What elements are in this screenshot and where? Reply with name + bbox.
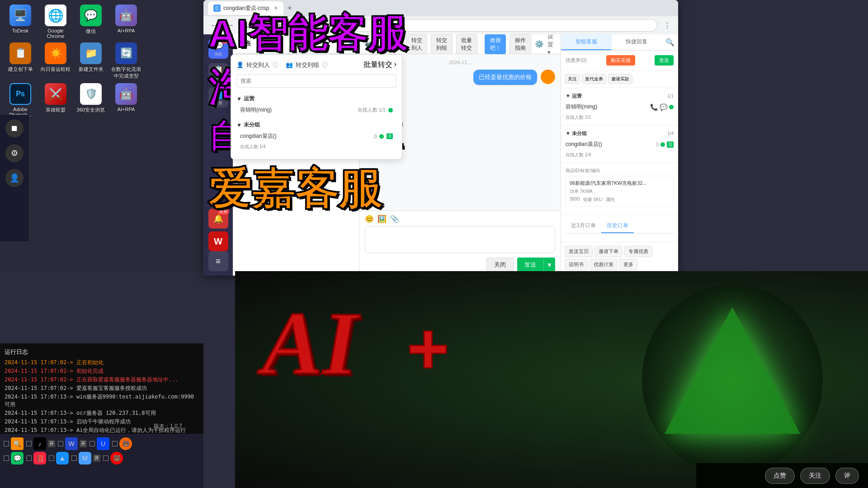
checkbox-red[interactable] — [103, 455, 108, 461]
send-product-btn[interactable]: 发送宝贝 — [565, 246, 593, 257]
settings-btn[interactable]: 效接吧！ — [485, 34, 506, 54]
new-folder-icon[interactable]: 📁 新建文件夹 — [75, 42, 107, 80]
chrome-icon-item[interactable]: 🌐 Google Chrome — [40, 5, 71, 39]
tab-close-btn[interactable]: ✕ — [274, 5, 278, 11]
wd-app[interactable]: W — [65, 437, 78, 450]
crisp-nav-work[interactable]: 📋 工作台 — [208, 63, 228, 83]
conv-header-action[interactable]: ▼ — [348, 41, 354, 47]
new-tab-btn[interactable]: + — [287, 4, 292, 13]
checkbox-tiktok[interactable] — [26, 441, 32, 446]
crisp-nav-notify[interactable]: 🔔 爱嘉 — [208, 209, 228, 229]
browser-tab-crisp[interactable]: C congdian爱店·crisp ✕ — [208, 1, 283, 15]
red-app[interactable]: 🐻 — [110, 452, 123, 465]
checkbox-xiaohongshu[interactable] — [26, 455, 32, 461]
toolbar-video-btn[interactable]: 📹 — [365, 41, 373, 48]
close-chat-btn[interactable]: 关闭 — [486, 258, 514, 272]
checkbox-orange[interactable] — [112, 441, 118, 446]
attach-btn[interactable]: 📎 — [390, 215, 399, 223]
airpa2-icon[interactable]: 🤖 AI+RPA — [110, 83, 142, 117]
product-more: 属性 — [606, 197, 615, 203]
like-btn[interactable]: 点赞 — [765, 468, 795, 484]
order-tab-recent[interactable]: 近3月订单 — [566, 219, 601, 233]
stop-icon[interactable]: ⏹ — [5, 119, 24, 137]
send-dropdown-btn[interactable]: ▼ — [543, 259, 555, 271]
exclusive-promo-btn[interactable]: 专属优惠 — [624, 246, 652, 257]
more-action-btn[interactable]: 更多 — [619, 259, 637, 270]
transfer-agent-ming[interactable]: 容锦明(ming) 在线人数 1/1 — [236, 104, 396, 116]
u-app[interactable]: U — [97, 437, 109, 450]
refresh-btn[interactable]: ↻ — [241, 19, 253, 32]
invite-order-action-btn[interactable]: 邀请下单 — [594, 246, 623, 257]
360-icon[interactable]: 🛡️ 360安全浏览 — [75, 83, 107, 117]
taskbar-item-orange: 🐻 — [112, 437, 132, 450]
ps-img: Ps — [9, 83, 31, 105]
invite-order-btn[interactable]: 邀请买款 — [608, 74, 632, 84]
guide-btn[interactable]: 操作指南 — [509, 34, 531, 54]
feishu-app[interactable]: ▲ — [56, 452, 69, 465]
toolbar-phone-btn[interactable]: 📞 — [375, 41, 383, 48]
checkbox-u[interactable] — [90, 441, 95, 446]
search-app[interactable]: 🔍 — [11, 437, 24, 450]
rp-search-icon[interactable]: 🔍 — [662, 34, 678, 50]
transfer-search-input[interactable] — [236, 74, 396, 88]
toolbar-monitor-btn[interactable]: 🖥️ — [386, 41, 393, 48]
rp-tab-ai[interactable]: 智能客服 — [561, 34, 612, 50]
toolbar-more-btn[interactable]: ⋮ — [396, 41, 402, 48]
m-app[interactable]: M — [79, 452, 91, 465]
taskbar-item-search: 🔍 — [4, 437, 24, 450]
back-btn[interactable]: ← — [208, 19, 221, 32]
product-barcode-label: 商品ID/标签/编码 — [566, 168, 674, 174]
orange-app[interactable]: 🐻 — [119, 437, 132, 450]
send-btn[interactable]: 发送 — [517, 258, 543, 272]
browser-toolbar: ← → ↻ congdian爱店.crisp ⋮ — [203, 16, 678, 34]
checkbox-m[interactable] — [71, 455, 77, 461]
wechat2-app[interactable]: 💬 — [11, 452, 24, 465]
new-folder-img: 📁 — [80, 42, 102, 64]
user-icon[interactable]: 👤 — [5, 169, 24, 187]
calc-btn[interactable]: 优惠计算 — [590, 259, 618, 270]
lol-icon[interactable]: ⚔️ 英雄联盟 — [40, 83, 71, 117]
url-bar[interactable]: congdian爱店.crisp — [257, 19, 657, 32]
airpa-icon-item[interactable]: 🤖 AI+RPA — [110, 5, 142, 39]
transfer-to-group-opt[interactable]: 👥 转交到组 ⓘ — [286, 60, 328, 70]
unassigned-online-info: 在线人数 1/4 — [236, 142, 396, 152]
batch-transfer-btn[interactable]: 批量转交 — [456, 34, 477, 54]
comment-btn[interactable]: 评 — [835, 468, 859, 484]
todesk-icon-item[interactable]: 🖥️ ToDesk — [5, 5, 36, 39]
crisp-nav-w[interactable]: W — [208, 231, 228, 251]
transfer-agent-congdian[interactable]: congdian菜店() 0 0 — [236, 131, 396, 142]
follow-btn[interactable]: 关注 — [565, 74, 580, 84]
send-coupon-btn[interactable]: 发代金券 — [582, 74, 606, 84]
log-title: 运行日志 — [5, 348, 199, 356]
image-btn[interactable]: 🖼️ — [377, 215, 387, 223]
tiktok-app[interactable]: ♪ — [33, 437, 46, 450]
wechat-icon-item[interactable]: 💬 微信 — [75, 5, 107, 39]
settings-icon[interactable]: ⚙ — [5, 144, 24, 162]
extensions-btn[interactable]: ⋮ — [661, 19, 674, 32]
transfer-to-person-btn[interactable]: 转交到人 — [406, 34, 427, 54]
crisp-nav-chat[interactable]: 💬 消息 29 — [208, 39, 228, 59]
send-promo-btn[interactable]: 发送 — [655, 55, 674, 66]
transfer-to-person-opt[interactable]: 👤 转交到人 ⓘ — [236, 60, 278, 70]
checkbox-feishu[interactable] — [49, 455, 54, 461]
checkbox-wd[interactable] — [58, 441, 63, 446]
create-order-icon[interactable]: 📋 建立创下单 — [5, 42, 36, 80]
purchase-btn[interactable]: 购买充值 — [606, 55, 635, 66]
crisp-nav-contacts[interactable]: 👥 联系 — [208, 88, 228, 108]
crisp-nav-menu[interactable]: ≡ — [208, 251, 228, 271]
sunflower-icon[interactable]: ☀️ 向日葵远程程 — [40, 42, 71, 80]
chat-settings-icon[interactable]: ⚙️ — [535, 40, 544, 48]
ps-icon[interactable]: Ps Adobe Photosh... — [5, 83, 36, 117]
forward-btn[interactable]: → — [224, 19, 237, 32]
emoji-btn[interactable]: 😊 — [365, 215, 374, 223]
order-tab-history[interactable]: 历史订单 — [601, 219, 634, 233]
chat-input[interactable] — [365, 226, 555, 253]
manual-btn[interactable]: 说明书 — [565, 259, 588, 270]
digital-transform-icon[interactable]: 🔄 在数字化流渐中完成变型 — [110, 42, 142, 80]
xiaohongshu-app[interactable]: 📕 — [33, 452, 46, 465]
follow-yt-btn[interactable]: 关注 — [800, 468, 830, 484]
checkbox-wechat2[interactable] — [4, 455, 9, 461]
transfer-to-group-btn[interactable]: 转交到组 — [431, 34, 452, 54]
rp-tab-quick[interactable]: 快捷回复 — [612, 34, 662, 50]
checkbox-search[interactable] — [4, 441, 9, 446]
